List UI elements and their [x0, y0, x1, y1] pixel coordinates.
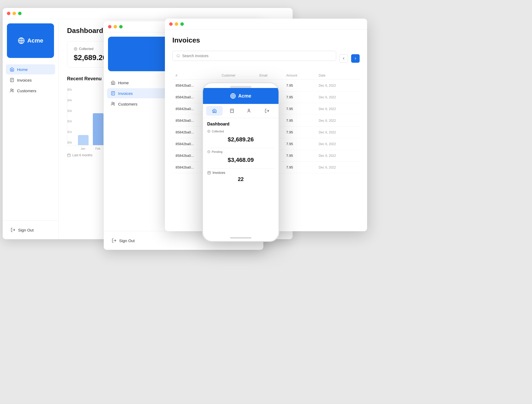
- next-btn[interactable]: [351, 54, 360, 63]
- sidebar-item-invoices-bg[interactable]: Invoices: [6, 75, 55, 85]
- close-button[interactable]: [7, 12, 10, 15]
- phone-pending-label: Pending: [207, 150, 274, 153]
- phone-clock-icon: [207, 150, 210, 153]
- home-icon-bg: [10, 67, 14, 72]
- home-label-bg: Home: [17, 67, 28, 72]
- sidebar-bottom-bg: Sign Out: [3, 220, 58, 239]
- svg-text:$: $: [75, 48, 76, 50]
- cell-date: Dec 6, 2022: [315, 115, 360, 127]
- phone-home-icon: [212, 108, 217, 113]
- maximize-button-inv[interactable]: [180, 22, 184, 26]
- x-label-feb: Feb: [93, 147, 103, 150]
- phone-tab-customers[interactable]: [241, 106, 258, 116]
- invoices-title: Invoices: [172, 36, 360, 44]
- y-label-0k: $0k: [67, 141, 72, 144]
- bar-feb: [93, 113, 103, 145]
- phone-main: Dashboard $ Collected $2,689.26 Pending …: [203, 118, 279, 186]
- titlebar-invoices: [165, 19, 367, 30]
- cell-amount: 7.95: [283, 138, 315, 150]
- y-label-5k: $5k: [67, 88, 72, 91]
- customers-label-mid: Customers: [118, 102, 138, 106]
- sign-out-label-bg: Sign Out: [18, 228, 34, 232]
- phone-collected-label: $ Collected: [207, 130, 274, 133]
- cell-date: Dec 6, 2022: [315, 127, 360, 138]
- col-header-hash: #: [172, 71, 218, 80]
- home-label-mid: Home: [118, 81, 129, 85]
- col-header-email: Email: [256, 71, 283, 80]
- arrow-left-icon: [342, 57, 346, 60]
- phone-collected-text: Collected: [212, 130, 224, 133]
- phone-page-title: Dashboard: [207, 122, 274, 127]
- dollar-icon: $: [74, 47, 77, 51]
- svg-point-8: [11, 89, 12, 90]
- svg-line-29: [179, 57, 180, 57]
- col-header-customer: Customer: [218, 71, 256, 80]
- phone-logo: Acme: [203, 88, 279, 104]
- close-button-mid[interactable]: [108, 25, 111, 28]
- svg-point-28: [177, 54, 179, 57]
- svg-point-37: [248, 109, 250, 111]
- cell-date: Dec 6, 2022: [315, 103, 360, 115]
- maximize-button[interactable]: [18, 12, 22, 15]
- cell-amount: 7.95: [283, 150, 315, 162]
- cell-amount: 7.95: [283, 103, 315, 115]
- search-input[interactable]: [182, 54, 332, 58]
- prev-btn[interactable]: [339, 54, 348, 63]
- minimize-button[interactable]: [13, 12, 16, 15]
- phone-tab-home[interactable]: [206, 106, 223, 116]
- cell-date: Dec 6, 2022: [315, 162, 360, 173]
- minimize-button-mid[interactable]: [114, 25, 117, 28]
- close-button-inv[interactable]: [169, 22, 173, 26]
- customers-label-bg: Customers: [17, 89, 36, 93]
- phone-invoices-icon: [230, 108, 234, 113]
- y-label-4k: $4k: [67, 99, 72, 102]
- home-icon-mid: [111, 80, 115, 85]
- svg-text:$: $: [209, 131, 209, 132]
- arrow-right-icon: [354, 57, 357, 60]
- phone-tabs: [203, 104, 279, 118]
- phone-customers-icon: [247, 108, 252, 113]
- phone-inv-icon: [207, 171, 211, 175]
- search-bar[interactable]: [172, 51, 336, 61]
- sidebar-logo-bg: Acme: [7, 23, 54, 58]
- globe-icon-bg: [18, 37, 25, 44]
- phone-pending-text: Pending: [212, 150, 222, 153]
- sidebar-item-home-bg[interactable]: Home: [6, 64, 55, 74]
- cell-date: Dec 6, 2022: [315, 150, 360, 162]
- x-label-jan: Jan: [78, 147, 88, 150]
- phone-pending-value: $3,468.09: [207, 154, 274, 166]
- phone-mockup: Acme: [202, 82, 279, 242]
- phone-divider-2: [207, 168, 274, 169]
- cell-date: Dec 6, 2022: [315, 138, 360, 150]
- y-label-2k: $2k: [67, 120, 72, 123]
- phone-signout-icon: [265, 108, 269, 113]
- sign-out-bg[interactable]: Sign Out: [7, 225, 54, 235]
- y-label-3k: $3k: [67, 109, 72, 112]
- sidebar-item-customers-bg[interactable]: Customers: [6, 86, 55, 96]
- phone-logo-text: Acme: [238, 93, 251, 99]
- sidebar-logo-text-bg: Acme: [27, 37, 43, 44]
- phone-stat-pending: Pending $3,468.09: [207, 150, 274, 166]
- minimize-button-inv[interactable]: [175, 22, 178, 26]
- search-row: [172, 51, 360, 66]
- phone-tab-signout[interactable]: [259, 106, 275, 116]
- phone-tab-invoices[interactable]: [224, 106, 240, 116]
- collected-value: $2,689.26: [74, 53, 107, 62]
- col-header-date: Date: [315, 71, 360, 80]
- maximize-button-mid[interactable]: [119, 25, 123, 28]
- phone-collected-value: $2,689.26: [207, 134, 274, 145]
- titlebar-bg: [3, 8, 293, 19]
- cell-amount: 7.95: [283, 80, 315, 91]
- phone-dollar-icon: $: [207, 130, 210, 133]
- cell-amount: 7.95: [283, 91, 315, 103]
- phone-invoices-label: Invoices: [213, 171, 225, 175]
- invoices-icon-mid: [111, 91, 115, 96]
- collected-label: Collected: [79, 47, 93, 51]
- invoices-label-mid: Invoices: [118, 91, 133, 96]
- col-header-amount: Amount: [283, 71, 315, 80]
- phone-invoices-section: Invoices: [207, 171, 274, 175]
- svg-point-26: [114, 103, 115, 104]
- customers-icon-mid: [111, 102, 115, 106]
- svg-rect-13: [68, 154, 70, 157]
- sidebar-bg: Acme Home Invoice: [3, 19, 59, 239]
